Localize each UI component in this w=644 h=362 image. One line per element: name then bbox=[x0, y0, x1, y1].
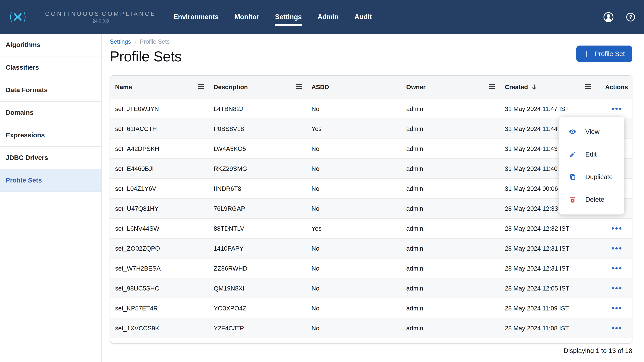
cell-owner: admin bbox=[406, 285, 505, 292]
row-actions-button[interactable] bbox=[610, 106, 624, 112]
cell-owner: admin bbox=[406, 165, 505, 172]
cell-name: set_L04Z1Y6V bbox=[110, 185, 214, 192]
cell-name: set_JTE0WJYN bbox=[110, 105, 214, 112]
table-row[interactable]: set_L04Z1Y6V IINDR6T8 No admin 31 May 20… bbox=[110, 179, 632, 199]
table-row[interactable]: set_JTE0WJYN L4TBN82J No admin 31 May 20… bbox=[110, 99, 632, 119]
cell-description: 88TDNTLV bbox=[214, 225, 312, 232]
column-menu-icon[interactable] bbox=[296, 84, 302, 91]
column-menu-icon[interactable] bbox=[198, 84, 204, 91]
table-row[interactable]: set_1XVCCS9K Y2F4CJTP No admin 28 May 20… bbox=[110, 318, 632, 338]
cell-asdd: No bbox=[312, 324, 406, 332]
svg-text:?: ? bbox=[629, 14, 632, 20]
table-row[interactable]: set_61IACCTH P0BS8V18 Yes admin 31 May 2… bbox=[110, 119, 632, 139]
nav-item-admin[interactable]: Admin bbox=[318, 0, 338, 34]
cell-asdd: No bbox=[312, 265, 406, 272]
plus-icon bbox=[582, 50, 590, 58]
table-row[interactable]: set_L6NV44SW 88TDNTLV Yes admin 28 May 2… bbox=[110, 219, 632, 239]
breadcrumb: Settings › Profile Sets bbox=[110, 38, 632, 45]
nav-item-monitor[interactable]: Monitor bbox=[234, 0, 259, 34]
table-row[interactable]: set_ZO02ZQPO 1410PAPY No admin 28 May 20… bbox=[110, 239, 632, 258]
nav-item-environments[interactable]: Environments bbox=[174, 0, 218, 34]
row-actions-button[interactable] bbox=[610, 225, 624, 232]
menu-item-view[interactable]: View bbox=[559, 120, 624, 143]
table-row[interactable]: set_KP57ET4R YO3XPO4Z No admin 28 May 20… bbox=[110, 298, 632, 318]
sidebar-item-algorithms[interactable]: Algorithms bbox=[0, 34, 101, 57]
breadcrumb-settings-link[interactable]: Settings bbox=[110, 38, 131, 45]
column-label: Description bbox=[214, 84, 248, 91]
cell-actions bbox=[601, 239, 632, 258]
column-header-name[interactable]: Name bbox=[110, 84, 214, 91]
cell-asdd: Yes bbox=[312, 125, 406, 132]
row-actions-button[interactable] bbox=[610, 285, 624, 292]
column-header-owner[interactable]: Owner bbox=[406, 84, 505, 91]
profile-sets-table: Name Description ASDD Owner Created bbox=[110, 75, 632, 343]
row-actions-button[interactable] bbox=[610, 265, 624, 272]
cell-name: set_E4460BJI bbox=[110, 165, 214, 172]
column-label: Name bbox=[115, 84, 132, 91]
page-title: Profile Sets bbox=[110, 49, 632, 65]
cell-owner: admin bbox=[406, 265, 505, 272]
cell-description: P0BS8V18 bbox=[214, 125, 312, 132]
cell-actions bbox=[601, 219, 632, 238]
cell-asdd: Yes bbox=[312, 225, 406, 232]
sidebar-item-expressions[interactable]: Expressions bbox=[0, 124, 101, 147]
eye-icon bbox=[569, 128, 576, 136]
column-header-created[interactable]: Created bbox=[505, 84, 601, 91]
column-header-description[interactable]: Description bbox=[214, 84, 312, 91]
cell-description: Y2F4CJTP bbox=[214, 324, 312, 332]
cell-name: set_KP57ET4R bbox=[110, 305, 214, 312]
row-actions-button[interactable] bbox=[610, 325, 624, 331]
table-header-row: Name Description ASDD Owner Created bbox=[110, 76, 632, 99]
sidebar-item-data-formats[interactable]: Data Formats bbox=[0, 79, 101, 102]
menu-item-label: View bbox=[585, 128, 600, 136]
column-label: Actions bbox=[605, 84, 628, 91]
cell-created: 28 May 2024 12:31 IST bbox=[505, 245, 601, 252]
sidebar-item-label: Algorithms bbox=[6, 41, 40, 49]
cell-owner: admin bbox=[406, 324, 505, 332]
delphix-logo-icon bbox=[8, 10, 28, 24]
user-avatar-icon[interactable] bbox=[602, 11, 614, 23]
breadcrumb-current: Profile Sets bbox=[140, 38, 170, 45]
add-profile-set-button[interactable]: Profile Set bbox=[576, 46, 632, 62]
cell-name: set_L6NV44SW bbox=[110, 225, 214, 232]
cell-description: L4TBN82J bbox=[214, 105, 312, 112]
cell-created: 28 May 2024 12:31 IST bbox=[505, 265, 601, 272]
table-row[interactable]: set_A42DPSKH LW4A5KO5 No admin 31 May 20… bbox=[110, 139, 632, 159]
app-root: CONTINUOUS COMPLIANCE 24.0.0.0 Environme… bbox=[0, 0, 644, 362]
table-row[interactable]: set_U47Q81HY 76L9RGAP No admin 28 May 20… bbox=[110, 199, 632, 219]
table-row[interactable]: set_W7H2BESA ZZ86RWHD No admin 28 May 20… bbox=[110, 258, 632, 278]
brand-logo: CONTINUOUS COMPLIANCE 24.0.0.0 bbox=[0, 7, 156, 27]
sidebar-item-classifiers[interactable]: Classifiers bbox=[0, 57, 101, 79]
menu-item-delete[interactable]: Delete bbox=[559, 188, 624, 211]
cell-asdd: No bbox=[312, 165, 406, 172]
add-button-label: Profile Set bbox=[594, 50, 625, 58]
cell-owner: admin bbox=[406, 205, 505, 212]
table-row[interactable]: set_98UC5SHC QM19N8XI No admin 28 May 20… bbox=[110, 278, 632, 298]
nav-item-label: Environments bbox=[174, 13, 218, 21]
sidebar-item-profile-sets[interactable]: Profile Sets bbox=[0, 169, 101, 192]
cell-name: set_W7H2BESA bbox=[110, 265, 214, 272]
brand-line2: COMPLIANCE bbox=[102, 11, 156, 17]
row-actions-button[interactable] bbox=[610, 305, 624, 311]
cell-owner: admin bbox=[406, 245, 505, 252]
row-actions-context-menu: ViewEditDuplicateDelete bbox=[559, 117, 624, 214]
menu-item-edit[interactable]: Edit bbox=[559, 143, 624, 166]
cell-owner: admin bbox=[406, 145, 505, 152]
menu-item-duplicate[interactable]: Duplicate bbox=[559, 166, 624, 188]
cell-asdd: No bbox=[312, 205, 406, 212]
sidebar-item-domains[interactable]: Domains bbox=[0, 102, 101, 124]
help-icon[interactable]: ? bbox=[626, 12, 636, 22]
nav-item-audit[interactable]: Audit bbox=[354, 0, 372, 34]
sidebar-item-jdbc-drivers[interactable]: JDBC Drivers bbox=[0, 147, 101, 169]
column-menu-icon[interactable] bbox=[585, 84, 591, 91]
row-actions-button[interactable] bbox=[610, 245, 624, 252]
cell-owner: admin bbox=[406, 185, 505, 192]
column-menu-icon[interactable] bbox=[489, 84, 496, 91]
top-nav-menu: EnvironmentsMonitorSettingsAdminAudit bbox=[174, 0, 372, 34]
table-row[interactable]: set_E4460BJI RKZ29SMG No admin 31 May 20… bbox=[110, 159, 632, 179]
cell-asdd: No bbox=[312, 185, 406, 192]
sidebar-item-label: Classifiers bbox=[6, 64, 39, 72]
trash-icon bbox=[569, 195, 576, 203]
column-header-asdd[interactable]: ASDD bbox=[312, 84, 406, 91]
nav-item-settings[interactable]: Settings bbox=[275, 0, 302, 34]
